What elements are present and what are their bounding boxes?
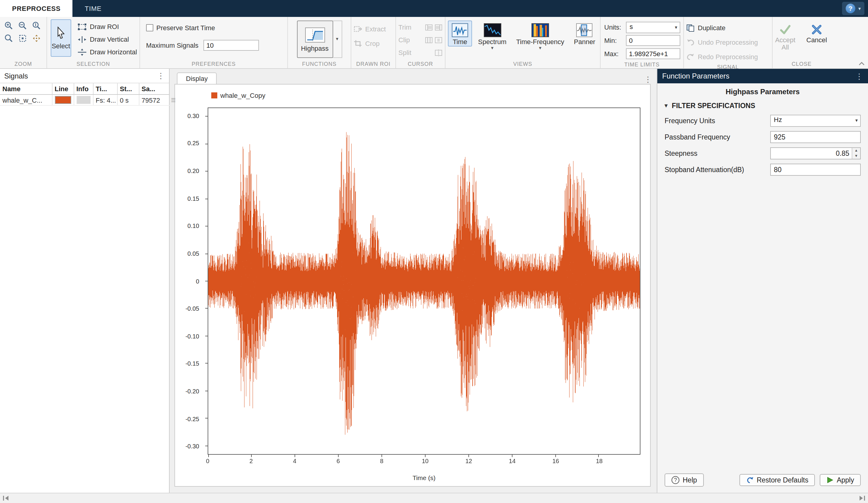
time-frequency-view-icon xyxy=(531,23,549,38)
accept-all-button[interactable]: Accept All xyxy=(772,22,799,53)
section-title-drawn-roi: DRAWN ROI xyxy=(351,60,395,68)
y-tick-mark xyxy=(205,116,208,116)
extract-label: Extract xyxy=(365,25,386,33)
tab-time[interactable]: TIME xyxy=(73,0,114,17)
section-title-zoom: ZOOM xyxy=(0,60,46,68)
plot-area[interactable] xyxy=(208,107,640,455)
table-row[interactable]: whale_w_C... Fs: 4... 0 s 79572 xyxy=(0,94,169,105)
duplicate-icon xyxy=(686,24,695,32)
pan-button[interactable] xyxy=(30,32,43,45)
split-icon[interactable] xyxy=(435,49,443,56)
stopband-attenuation-row: Stopband Attenuation(dB) xyxy=(657,163,868,176)
functions-dropdown-button[interactable]: ▾ xyxy=(333,21,342,58)
restore-defaults-label: Restore Defaults xyxy=(757,476,808,484)
frequency-units-value: Hz xyxy=(774,116,782,123)
frequency-units-dropdown[interactable]: Hz ▾ xyxy=(770,114,861,126)
min-row: Min: xyxy=(604,34,680,47)
clip-row: Clip xyxy=(396,34,445,46)
extract-button[interactable]: Extract xyxy=(351,23,388,35)
x-tick-label: 0 xyxy=(206,458,209,464)
help-button[interactable]: ? ▾ xyxy=(842,2,864,15)
splitter-grip[interactable]: ☰ xyxy=(171,98,176,103)
y-tick-label: 0.30 xyxy=(187,112,199,119)
view-time-frequency-button[interactable]: Time-Frequency ▾ xyxy=(513,21,568,52)
view-spectrum-button[interactable]: Spectrum ▾ xyxy=(474,21,510,52)
zoom-in-button[interactable] xyxy=(2,19,16,32)
signals-menu-icon[interactable]: ⋮ xyxy=(157,71,165,80)
draw-vertical-button[interactable]: Draw Vertical xyxy=(75,33,140,45)
filter-specifications-section[interactable]: ▼ FILTER SPECIFICATIONS xyxy=(657,100,868,114)
apply-play-icon xyxy=(826,476,834,484)
undo-preprocessing-button[interactable]: Undo Preprocessing xyxy=(684,36,760,48)
zoom-y-button[interactable] xyxy=(30,19,43,32)
fit-view-button[interactable] xyxy=(16,32,30,45)
units-row: Units: s ▾ xyxy=(604,21,680,33)
collapse-right-panel-icon[interactable] xyxy=(858,495,866,501)
clip-right-icon[interactable] xyxy=(435,37,443,43)
zoom-x-button[interactable] xyxy=(16,19,30,32)
x-tick-label: 6 xyxy=(337,458,340,464)
spinner-up-icon[interactable]: ▲ xyxy=(852,148,860,153)
main-area: Signals ⋮ Name Line Info Ti... St... Sa.… xyxy=(0,69,868,493)
signal-time-cell: Fs: 4... xyxy=(93,94,117,105)
trim-left-icon[interactable] xyxy=(425,24,433,31)
cancel-button[interactable]: Cancel xyxy=(802,22,832,46)
clip-left-icon[interactable] xyxy=(425,37,433,43)
duplicate-button[interactable]: Duplicate xyxy=(684,22,728,34)
apply-button[interactable]: Apply xyxy=(820,474,861,486)
help-button-panel[interactable]: ? Help xyxy=(664,473,703,487)
maximum-signals-input[interactable] xyxy=(204,40,259,51)
params-menu-icon[interactable]: ⋮ xyxy=(855,72,863,81)
column-header-line[interactable]: Line xyxy=(52,83,74,94)
preserve-start-time-checkbox[interactable] xyxy=(146,24,153,31)
section-title-time-limits: TIME LIMITS xyxy=(601,60,683,69)
trim-right-icon[interactable] xyxy=(435,24,443,31)
ribbon-section-close: Accept All Cancel CLOSE xyxy=(773,17,830,68)
ribbon-section-views: Time Spectrum ▾ Time-Frequency ▾ Panner … xyxy=(445,17,601,68)
y-tick-mark xyxy=(205,336,208,336)
zoom-out-button[interactable] xyxy=(2,32,16,45)
restore-defaults-button[interactable]: Restore Defaults xyxy=(739,474,815,486)
highpass-function-button[interactable]: Highpass xyxy=(297,21,333,58)
view-time-button[interactable]: Time xyxy=(448,21,472,47)
column-header-info[interactable]: Info xyxy=(74,83,93,94)
stopband-attenuation-input[interactable] xyxy=(770,163,861,175)
zoom-x-icon xyxy=(18,21,27,30)
signals-panel-title: Signals xyxy=(4,72,28,80)
collapse-ribbon-icon[interactable] xyxy=(858,61,865,66)
tab-preprocess[interactable]: PREPROCESS xyxy=(0,0,73,17)
steepness-input[interactable] xyxy=(770,147,861,159)
section-title-close: CLOSE xyxy=(773,60,830,68)
column-header-start[interactable]: St... xyxy=(117,83,139,94)
spinner-down-icon[interactable]: ▼ xyxy=(852,153,860,158)
y-tick-label: -0.25 xyxy=(185,415,199,422)
plot-legend[interactable]: whale_w_Copy xyxy=(211,92,265,99)
y-tick-label: 0.20 xyxy=(187,167,199,174)
redo-preprocessing-button[interactable]: Redo Preprocessing xyxy=(684,51,760,63)
tab-display[interactable]: Display xyxy=(177,72,217,84)
select-mode-button[interactable]: Select xyxy=(51,19,71,57)
display-menu-icon[interactable]: ⋮ xyxy=(644,75,652,84)
signal-start-cell: 0 s xyxy=(117,94,139,105)
y-tick-mark xyxy=(205,418,208,419)
x-tick-label: 16 xyxy=(552,458,559,464)
passband-frequency-input[interactable] xyxy=(770,131,861,143)
column-header-time[interactable]: Ti... xyxy=(93,83,117,94)
x-tick-label: 14 xyxy=(509,458,516,464)
svg-text:?: ? xyxy=(674,477,677,483)
draw-horizontal-button[interactable]: Draw Horizontal xyxy=(75,46,140,58)
collapse-left-panel-icon[interactable] xyxy=(2,495,10,501)
draw-roi-button[interactable]: Draw ROI xyxy=(75,21,140,33)
max-input[interactable] xyxy=(626,48,680,59)
maximum-signals-label: Maximum Signals xyxy=(146,42,199,49)
min-input[interactable] xyxy=(626,35,680,46)
y-tick-label: 0.15 xyxy=(187,195,199,202)
column-header-samples[interactable]: Sa... xyxy=(139,83,169,94)
column-header-name[interactable]: Name xyxy=(0,83,52,94)
waveform-canvas[interactable] xyxy=(208,108,640,454)
crop-button[interactable]: Crop xyxy=(351,38,382,50)
units-dropdown[interactable]: s ▾ xyxy=(626,21,680,33)
ribbon-section-functions: Highpass ▾ FUNCTIONS xyxy=(288,17,351,68)
view-panner-label: Panner xyxy=(574,38,596,45)
view-panner-button[interactable]: Panner xyxy=(570,21,599,47)
